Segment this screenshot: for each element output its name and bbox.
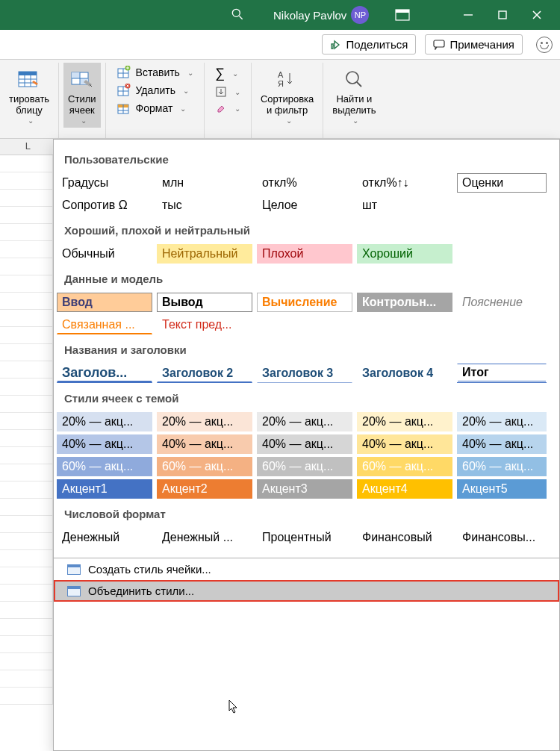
- style-accent1[interactable]: Акцент1: [57, 479, 152, 499]
- style-soprotiv[interactable]: Сопротив Ω: [57, 196, 152, 215]
- svg-rect-10: [19, 72, 37, 75]
- style-linked[interactable]: Связанная ...: [57, 315, 152, 334]
- merge-styles-item[interactable]: Объединить стили...: [54, 580, 559, 602]
- chevron-down-icon: ⌄: [234, 105, 240, 113]
- style-financial0[interactable]: Финансовы...: [457, 528, 547, 547]
- style-accent5-40[interactable]: 40% — акц...: [457, 434, 547, 454]
- style-financial[interactable]: Финансовый: [357, 528, 452, 547]
- style-accent3-60[interactable]: 60% — акц...: [257, 457, 352, 476]
- chevron-down-icon: ⌄: [180, 105, 186, 113]
- style-percent[interactable]: Процентный: [257, 528, 352, 547]
- eraser-icon: [215, 102, 227, 114]
- style-good[interactable]: Хороший: [357, 244, 452, 264]
- maximize-button[interactable]: [485, 0, 520, 30]
- fill-button[interactable]: ⌄: [212, 84, 243, 99]
- new-style-icon: [67, 564, 81, 575]
- ribbon-display-button[interactable]: [385, 0, 420, 30]
- share-button[interactable]: Поделиться: [322, 34, 417, 54]
- style-warning-text[interactable]: Текст пред...: [157, 315, 252, 334]
- themed-row-20: 20% — акц... 20% — акц... 20% — акц... 2…: [54, 411, 559, 433]
- style-degrees[interactable]: Градусы: [57, 173, 152, 193]
- style-accent5-20[interactable]: 20% — акц...: [457, 412, 547, 431]
- style-heading1[interactable]: Заголов...: [57, 364, 152, 383]
- style-check[interactable]: Контрольн...: [357, 293, 452, 312]
- format-table-icon: [16, 66, 43, 93]
- style-accent2-60[interactable]: 60% — акц...: [157, 457, 252, 476]
- style-accent1-40[interactable]: 40% — акц...: [57, 434, 152, 454]
- avatar[interactable]: NP: [351, 6, 369, 24]
- style-otkl-arrows[interactable]: откл%↑↓: [357, 173, 452, 193]
- cell-styles-button[interactable]: Стили ячеек⌄: [63, 63, 100, 128]
- window-buttons: [451, 0, 554, 30]
- close-button[interactable]: [520, 0, 554, 30]
- style-calculation[interactable]: Вычисление: [257, 293, 352, 312]
- delete-icon: [116, 84, 131, 97]
- style-accent5-60[interactable]: 60% — акц...: [457, 457, 547, 476]
- style-accent4-20[interactable]: 20% — акц...: [357, 412, 452, 431]
- style-accent4[interactable]: Акцент4: [357, 479, 452, 499]
- style-heading2[interactable]: Заголовок 2: [157, 364, 252, 383]
- style-neutral[interactable]: Нейтральный: [157, 244, 252, 264]
- comments-button[interactable]: Примечания: [425, 34, 523, 54]
- search-icon[interactable]: [230, 7, 246, 23]
- feedback-icon[interactable]: [536, 37, 553, 53]
- sigma-icon: ∑: [215, 66, 225, 81]
- clear-button[interactable]: ⌄: [212, 101, 243, 116]
- format-table-label: тировать блицу: [9, 94, 49, 116]
- style-celoe[interactable]: Целое: [257, 196, 352, 215]
- sort-filter-label: Сортировка и фильтр: [261, 94, 314, 116]
- format-label: Формат: [136, 102, 173, 114]
- insert-button[interactable]: Вставить⌄: [113, 64, 196, 81]
- new-cell-style-item[interactable]: Создать стиль ячейки...: [54, 558, 559, 580]
- style-note[interactable]: Пояснение: [457, 293, 547, 312]
- style-accent1-20[interactable]: 20% — акц...: [57, 412, 152, 431]
- style-accent4-40[interactable]: 40% — акц...: [357, 434, 452, 454]
- style-output[interactable]: Вывод: [157, 293, 252, 312]
- format-button[interactable]: Формат⌄: [113, 100, 196, 116]
- style-accent3-40[interactable]: 40% — акц...: [257, 434, 352, 454]
- style-accent3[interactable]: Акцент3: [257, 479, 352, 499]
- style-accent5[interactable]: Акцент5: [457, 479, 547, 499]
- style-mln[interactable]: млн: [157, 173, 252, 193]
- minimize-button[interactable]: [451, 0, 485, 30]
- style-accent1-60[interactable]: 60% — акц...: [57, 457, 152, 476]
- style-sht[interactable]: шт: [357, 196, 452, 215]
- sort-filter-button[interactable]: АЯ Сортировка и фильтр⌄: [256, 63, 318, 128]
- svg-rect-16: [72, 72, 80, 78]
- column-header[interactable]: [0, 139, 53, 155]
- style-otkl-pct[interactable]: откл%: [257, 173, 352, 193]
- delete-label: Удалить: [136, 84, 175, 96]
- merge-styles-icon: [67, 586, 81, 596]
- format-icon: [116, 102, 131, 115]
- cursor-icon: [228, 699, 240, 714]
- style-accent4-60[interactable]: 60% — акц...: [357, 457, 452, 476]
- style-ocenki[interactable]: Оценки: [457, 173, 547, 193]
- style-total[interactable]: Итог: [457, 364, 547, 383]
- style-accent2-40[interactable]: 40% — акц...: [157, 434, 252, 454]
- style-accent2[interactable]: Акцент2: [157, 479, 252, 499]
- format-as-table-button[interactable]: тировать блицу⌄: [4, 63, 54, 128]
- style-normal[interactable]: Обычный: [57, 244, 152, 264]
- style-heading3[interactable]: Заголовок 3: [257, 364, 352, 383]
- section-custom: Пользовательские: [54, 146, 559, 172]
- svg-point-39: [346, 72, 358, 84]
- style-currency0[interactable]: Денежный ...: [157, 528, 252, 547]
- command-bar: Поделиться Примечания: [0, 30, 560, 60]
- chevron-down-icon: ⌄: [352, 116, 358, 125]
- style-bad[interactable]: Плохой: [257, 244, 352, 264]
- style-tys[interactable]: тыс: [157, 196, 252, 215]
- find-select-button[interactable]: Найти и выделить⌄: [328, 63, 380, 128]
- style-heading4[interactable]: Заголовок 4: [357, 364, 452, 383]
- section-gbgn: Хороший, плохой и нейтральный: [54, 216, 559, 243]
- worksheet-grid[interactable]: [0, 139, 53, 751]
- delete-button[interactable]: Удалить⌄: [113, 82, 196, 99]
- style-currency[interactable]: Денежный: [57, 528, 152, 547]
- style-accent2-20[interactable]: 20% — акц...: [157, 412, 252, 431]
- svg-text:Я: Я: [278, 79, 284, 88]
- autosum-button[interactable]: ∑⌄: [212, 64, 243, 83]
- chevron-down-icon: ⌄: [28, 116, 34, 125]
- svg-rect-8: [434, 40, 444, 47]
- style-accent3-20[interactable]: 20% — акц...: [257, 412, 352, 431]
- find-icon: [340, 66, 367, 93]
- style-input[interactable]: Ввод: [57, 293, 152, 312]
